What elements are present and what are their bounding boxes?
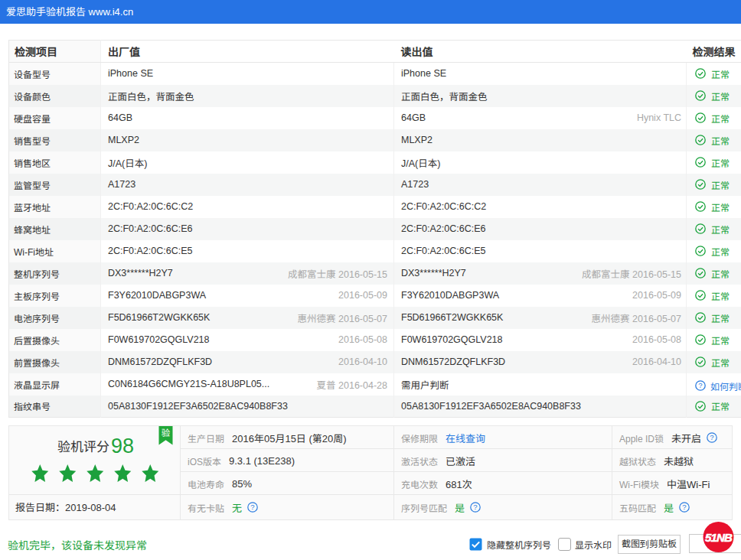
svg-text:?: ? <box>250 503 254 511</box>
svg-text:?: ? <box>682 503 686 511</box>
svg-text:51NB: 51NB <box>705 531 733 544</box>
svg-text:?: ? <box>698 381 702 389</box>
svg-text:验: 验 <box>162 426 171 438</box>
svg-text:?: ? <box>710 433 713 441</box>
svg-text:?: ? <box>473 503 477 511</box>
